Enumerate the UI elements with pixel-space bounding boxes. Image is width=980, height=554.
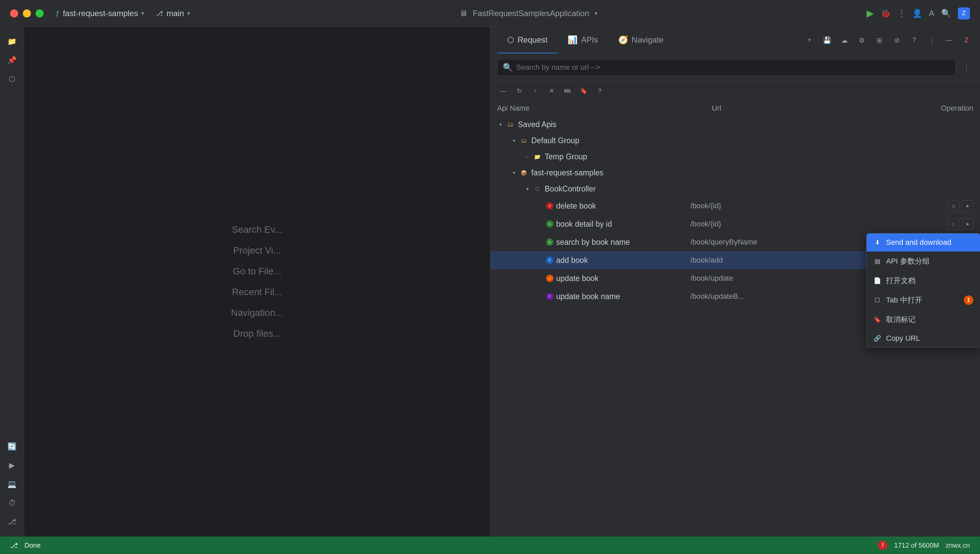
app-chevron-icon: ▾	[595, 10, 597, 16]
user-icon[interactable]: 👤	[912, 9, 922, 18]
branch-name-label: main	[166, 9, 184, 18]
search-options-btn[interactable]: ⋮	[960, 61, 973, 74]
book-detail-op1[interactable]: ◇	[948, 218, 959, 230]
open-tab-icon: ☐	[873, 296, 881, 304]
col-header-url: Url	[712, 104, 919, 113]
chevron-saved-apis: ▾	[497, 121, 504, 128]
overflow-btn[interactable]: ⋮	[925, 33, 939, 47]
ctx-item-open-tab[interactable]: ☐ Tab 中打开 1	[867, 290, 980, 310]
sidebar-item-run[interactable]: ▶	[4, 457, 20, 473]
sidebar-item-git[interactable]: ⎇	[4, 514, 20, 530]
title-center: 🖥 FastRequestSamplesApplication ▾	[197, 9, 860, 18]
ctx-item-cancel-mark[interactable]: 🔖 取消标记	[867, 310, 980, 329]
status-bar: ⎇ Done ! 1712 of 5600M znwx.cn	[0, 536, 980, 554]
filter-btn[interactable]: ⊘	[890, 33, 903, 47]
method-search-book-name: G	[546, 239, 554, 246]
controller-icon-book: ⬡	[533, 184, 542, 194]
book-detail-op2[interactable]: ➤	[962, 218, 973, 230]
tree-row-book-controller[interactable]: ▾ ⬡ BookController	[490, 181, 980, 197]
close-button[interactable]	[10, 10, 18, 18]
editor-area: Search Ev... Project Vi... Go to File...…	[24, 27, 490, 536]
chevron-book-controller: ▾	[524, 185, 531, 192]
grid-btn[interactable]: ⊞	[873, 33, 886, 47]
cancel-mark-icon: 🔖	[873, 316, 881, 323]
book-detail-ops: ◇ ➤	[919, 218, 973, 230]
ctx-item-send-download[interactable]: ⬇ Send and download	[867, 233, 980, 252]
add-api-btn[interactable]: +	[803, 33, 816, 47]
help-toolbar-btn[interactable]: ?	[594, 85, 606, 97]
context-menu: ⬇ Send and download ▤ API 参数分组 📄 打开文档 ☐ …	[866, 233, 980, 348]
delete-book-op1[interactable]: ◇	[948, 200, 959, 212]
sidebar-item-terminal[interactable]: 💻	[4, 476, 20, 492]
more-icon[interactable]: ⋮	[897, 9, 905, 18]
chevron-temp-group: ▸	[524, 153, 531, 160]
delete-book-op2[interactable]: ➤	[962, 200, 973, 212]
title-bar: ƒ fast-request-samples ▾ ⎇ main ▾ 🖥 Fast…	[0, 0, 980, 27]
bookmark-btn[interactable]: 🔖	[578, 85, 590, 97]
editor-project-vi: Project Vi...	[233, 245, 281, 256]
book-detail-label: book detail by id	[556, 220, 690, 229]
open-doc-icon: 📄	[873, 277, 881, 284]
left-sidebar: 📁 📌 ⬡ 🔄 ▶ 💻 ⏱ ⎇	[0, 27, 24, 536]
col-header-op: Operation	[919, 104, 973, 113]
sidebar-item-folder[interactable]: 📁	[4, 33, 20, 49]
position-label: 1712 of 5600M	[894, 541, 939, 549]
cloud-btn[interactable]: ☁	[838, 33, 851, 47]
col-header-name: Api Name	[497, 104, 712, 113]
refresh-btn[interactable]: ↻	[513, 85, 525, 97]
delete-book-url: /book/{id}	[690, 202, 919, 210]
debug-icon[interactable]: 🐞	[881, 9, 891, 18]
folder-default-group-icon: 🗂	[519, 136, 528, 145]
tree-row-book-detail-by-id[interactable]: G book detail by id /book/{id} ◇ ➤	[490, 215, 980, 233]
tree-row-default-group[interactable]: ▾ 🗂 Default Group	[490, 132, 980, 148]
delete-book-ops: ◇ ➤	[919, 200, 973, 212]
ctx-label-cancel-mark: 取消标记	[886, 315, 916, 325]
minimize-panel-btn[interactable]: —	[942, 33, 956, 47]
tree-row-saved-apis[interactable]: ▾ 🗂 Saved Apis	[490, 116, 980, 132]
folder-saved-apis-icon: 🗂	[506, 120, 515, 129]
tab-request[interactable]: ⬡ Request	[497, 27, 557, 53]
tree-row-temp-group[interactable]: ▸ 📁 Temp Group	[490, 148, 980, 165]
editor-recent-fil: Recent Fil...	[232, 287, 282, 298]
help-btn[interactable]: ?	[908, 33, 921, 47]
editor-navigation: Navigation...	[231, 307, 283, 318]
close-panel-btn[interactable]: Z	[960, 33, 973, 47]
search-input[interactable]	[516, 63, 950, 72]
sidebar-item-components[interactable]: ⬡	[4, 71, 20, 87]
settings-btn[interactable]: ⚙	[855, 33, 868, 47]
method-update-book: U	[546, 275, 554, 282]
minimize-button[interactable]	[23, 10, 31, 18]
tree-row-delete-book[interactable]: D delete book /book/{id} ◇ ➤	[490, 197, 980, 215]
ctx-label-open-tab: Tab 中打开	[886, 295, 922, 305]
save-btn[interactable]: 💾	[820, 33, 834, 47]
up-btn[interactable]: ↑	[529, 85, 541, 97]
tab-apis[interactable]: 📊 APIs	[557, 27, 608, 53]
avatar[interactable]: Z	[958, 7, 970, 19]
collapse-btn[interactable]: —	[497, 85, 509, 97]
branch-selector[interactable]: ⎇ main ▾	[156, 9, 190, 18]
sidebar-item-pin[interactable]: 📌	[4, 52, 20, 68]
sidebar-item-remote[interactable]: 🔄	[4, 439, 20, 455]
tree-toolbar: — ↻ ↑ ✕ Mk 🔖 ?	[490, 81, 980, 100]
panel-tab-actions: + 💾 ☁ ⚙ ⊞ ⊘ ? ⋮ — Z	[803, 33, 973, 47]
ctx-item-open-doc[interactable]: 📄 打开文档	[867, 271, 980, 290]
search-icon[interactable]: 🔍	[941, 9, 951, 18]
project-selector[interactable]: ƒ fast-request-samples ▾	[50, 7, 149, 20]
ctx-item-copy-url[interactable]: 🔗 Copy URL	[867, 329, 980, 347]
project-icon: ƒ	[56, 10, 59, 17]
translate-icon[interactable]: A	[929, 9, 934, 18]
maximize-button[interactable]	[35, 10, 44, 18]
panel-tabs: ⬡ Request 📊 APIs 🧭 Navigate + 💾 ☁ ⚙ ⊞ ⊘ …	[490, 27, 980, 54]
table-header: Api Name Url Operation	[490, 100, 980, 116]
tree-row-fast-request-samples[interactable]: ▾ 📦 fast-request-samples	[490, 165, 980, 181]
markdown-btn[interactable]: Mk	[562, 85, 573, 97]
run-icon[interactable]: ▶	[867, 8, 874, 19]
error-badge[interactable]: !	[878, 541, 887, 550]
project-icon-frsamples: 📦	[519, 168, 528, 177]
main-layout: 📁 📌 ⬡ 🔄 ▶ 💻 ⏱ ⎇ Search Ev... Project Vi.…	[0, 27, 980, 536]
sidebar-item-time[interactable]: ⏱	[4, 495, 20, 511]
tab-navigate[interactable]: 🧭 Navigate	[608, 27, 674, 53]
ctx-item-api-params-group[interactable]: ▤ API 参数分组	[867, 252, 980, 271]
chevron-fast-request-samples: ▾	[511, 169, 517, 176]
close-btn[interactable]: ✕	[545, 85, 557, 97]
